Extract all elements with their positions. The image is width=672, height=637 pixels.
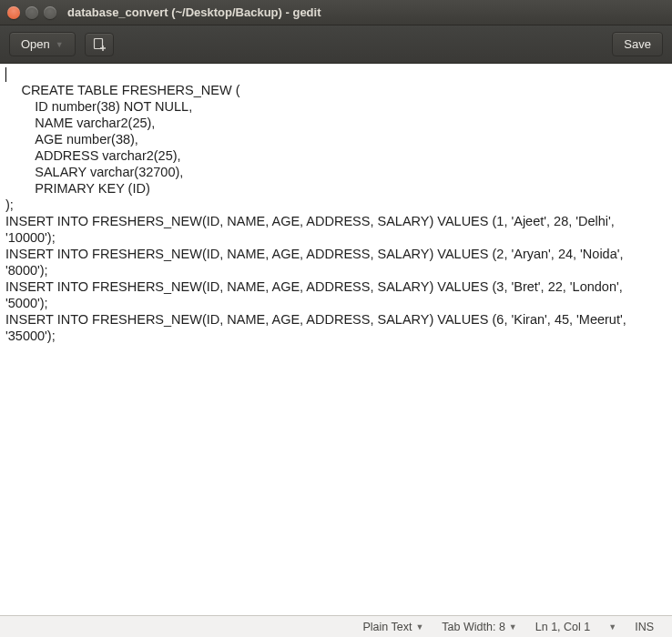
language-selector[interactable]: Plain Text ▼ xyxy=(353,621,433,633)
window-title: database_convert (~/Desktop/Backup) - ge… xyxy=(67,5,321,19)
new-tab-button[interactable] xyxy=(85,33,114,56)
language-label: Plain Text xyxy=(362,621,412,633)
open-button-label: Open xyxy=(21,37,50,51)
new-document-icon xyxy=(93,38,106,51)
titlebar: database_convert (~/Desktop/Backup) - ge… xyxy=(0,0,672,25)
window-controls xyxy=(7,6,56,19)
close-icon[interactable] xyxy=(7,6,20,19)
maximize-icon[interactable] xyxy=(44,6,56,19)
insert-mode[interactable]: INS xyxy=(626,621,663,633)
save-button-label: Save xyxy=(624,37,651,51)
chevron-down-icon: ▼ xyxy=(56,40,64,49)
chevron-down-icon: ▼ xyxy=(608,622,616,632)
chevron-down-icon: ▼ xyxy=(509,622,517,632)
minimize-icon[interactable] xyxy=(25,6,38,19)
toolbar: Open ▼ Save xyxy=(0,25,672,64)
svg-rect-0 xyxy=(94,38,102,48)
tab-width-label: Tab Width: 8 xyxy=(442,621,504,633)
chevron-down-icon: ▼ xyxy=(415,622,423,632)
editor-area[interactable]: CREATE TABLE FRESHERS_NEW ( ID number(38… xyxy=(0,64,672,615)
tab-width-selector[interactable]: Tab Width: 8 ▼ xyxy=(433,621,525,633)
text-cursor xyxy=(5,67,6,82)
insert-mode-selector[interactable]: ▼ xyxy=(599,622,626,632)
editor-content: CREATE TABLE FRESHERS_NEW ( ID number(38… xyxy=(5,83,630,343)
open-button[interactable]: Open ▼ xyxy=(9,32,76,56)
cursor-position-label: Ln 1, Col 1 xyxy=(535,621,590,633)
save-button[interactable]: Save xyxy=(612,32,663,56)
statusbar: Plain Text ▼ Tab Width: 8 ▼ Ln 1, Col 1 … xyxy=(0,615,672,637)
insert-mode-label: INS xyxy=(635,621,654,633)
cursor-position: Ln 1, Col 1 xyxy=(526,621,599,633)
